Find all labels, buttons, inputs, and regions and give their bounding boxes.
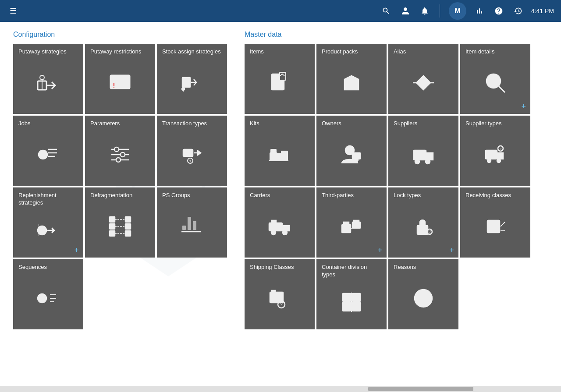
sections-wrapper: Configuration Putaway strategiesPutaway … <box>13 31 548 329</box>
tile-icon-lock-types: ? <box>394 199 453 254</box>
menu-icon[interactable]: ☰ <box>7 5 19 17</box>
svg-point-21 <box>42 153 44 156</box>
search-icon[interactable] <box>380 5 392 17</box>
tile-label-shipping-classes: Shipping Classes <box>250 264 309 271</box>
svg-rect-103 <box>343 303 351 311</box>
tile-lock-types[interactable]: Lock types?+ <box>388 187 458 258</box>
svg-point-109 <box>422 297 425 300</box>
tile-plus-lock-types[interactable]: + <box>449 246 454 254</box>
tile-receiving-classes[interactable]: Receiving classes <box>460 187 530 258</box>
svg-rect-39 <box>110 224 115 229</box>
tile-icon-shipping-classes: ? <box>250 271 309 326</box>
tile-label-stock-assign-strategies: Stock assign strategies <box>162 48 222 56</box>
tile-carriers[interactable]: Carriers <box>245 187 315 258</box>
tile-icon-transaction-types: ? <box>162 127 222 182</box>
tile-parameters[interactable]: Parameters <box>85 116 155 186</box>
svg-rect-101 <box>343 293 351 301</box>
scrollbar-area <box>0 386 561 392</box>
masterdata-grid: ItemsProduct packsAliasItem details+Kits… <box>245 44 530 329</box>
topbar: ☰ M 4:41 PM <box>0 0 561 22</box>
svg-point-78 <box>415 159 419 164</box>
tile-owners[interactable]: Owners <box>316 116 387 186</box>
tile-putaway-restrictions[interactable]: Putaway restrictions <box>85 44 155 114</box>
history-icon[interactable] <box>512 5 524 17</box>
tile-icon-container-division-types <box>322 279 381 326</box>
svg-text:?: ? <box>428 230 431 234</box>
tile-ps-groups[interactable]: PS Groups <box>157 187 227 258</box>
svg-point-29 <box>121 152 125 157</box>
svg-rect-42 <box>125 224 131 229</box>
tile-label-ps-groups: PS Groups <box>162 192 222 199</box>
tile-transaction-types[interactable]: Transaction types? <box>157 116 227 186</box>
svg-point-82 <box>497 159 501 162</box>
configuration-title: Configuration <box>13 31 227 39</box>
tile-sequences[interactable]: Sequences <box>13 259 83 329</box>
svg-text:?: ? <box>189 159 192 163</box>
svg-point-30 <box>116 158 121 162</box>
tile-icon-supplier-types: ? <box>465 127 525 182</box>
tile-items[interactable]: Items <box>245 44 315 114</box>
tile-icon-product-packs <box>322 56 381 110</box>
svg-rect-96 <box>487 220 500 233</box>
svg-rect-89 <box>352 222 360 228</box>
svg-rect-47 <box>188 217 191 230</box>
svg-text:M: M <box>454 7 460 14</box>
tile-label-items: Items <box>250 48 309 56</box>
svg-rect-12 <box>119 82 126 87</box>
tile-stock-assign-strategies[interactable]: Stock assign strategies <box>157 44 227 114</box>
configuration-section: Configuration Putaway strategiesPutaway … <box>13 31 227 329</box>
tile-plus-replenishment-strategies[interactable]: + <box>74 246 79 254</box>
svg-point-81 <box>487 159 491 162</box>
tile-icon-defragmentation <box>90 199 150 254</box>
tile-label-jobs: Jobs <box>18 120 78 127</box>
tile-plus-third-parties[interactable]: + <box>377 246 382 254</box>
tile-label-reasons: Reasons <box>394 264 453 271</box>
user-icon[interactable] <box>399 5 412 17</box>
main-content: Configuration Putaway strategiesPutaway … <box>0 22 561 392</box>
tile-label-putaway-restrictions: Putaway restrictions <box>90 48 150 56</box>
svg-rect-38 <box>110 217 115 222</box>
tile-defragmentation[interactable]: Defragmentation <box>85 187 155 258</box>
tile-label-replenishment-strategies: Replenishment strategies <box>18 192 78 207</box>
chart-icon[interactable] <box>473 5 486 17</box>
svg-point-79 <box>426 159 430 164</box>
tile-label-sequences: Sequences <box>18 264 78 271</box>
tile-shipping-classes[interactable]: Shipping Classes? <box>245 259 315 329</box>
tile-reasons[interactable]: Reasons <box>388 259 458 329</box>
svg-point-66 <box>492 80 495 82</box>
svg-rect-102 <box>352 293 360 301</box>
tile-replenishment-strategies[interactable]: Replenishment strategies+ <box>13 187 83 258</box>
tile-container-division-types[interactable]: Container division types <box>316 259 387 329</box>
svg-point-16 <box>182 88 185 90</box>
tile-icon-suppliers <box>394 127 453 182</box>
tile-icon-reasons <box>394 271 453 326</box>
svg-point-57 <box>273 85 275 86</box>
svg-rect-43 <box>125 231 131 236</box>
bell-icon[interactable] <box>419 5 431 17</box>
tile-jobs[interactable]: Jobs <box>13 116 83 186</box>
svg-text:?: ? <box>500 147 502 151</box>
svg-point-87 <box>283 230 287 235</box>
svg-rect-77 <box>415 151 420 155</box>
tile-product-packs[interactable]: Product packs <box>316 44 387 114</box>
help-icon[interactable] <box>493 5 505 17</box>
brand-logo[interactable]: M <box>449 2 466 20</box>
tile-third-parties[interactable]: Third-parties+ <box>316 187 387 258</box>
tile-label-transaction-types: Transaction types <box>162 120 222 127</box>
tile-alias[interactable]: Alias <box>388 44 458 114</box>
svg-rect-49 <box>182 226 186 230</box>
divider <box>440 4 440 18</box>
scrollbar-thumb[interactable] <box>368 387 473 391</box>
svg-point-75 <box>355 158 358 162</box>
tile-icon-sequences <box>18 271 78 326</box>
tile-plus-item-details[interactable]: + <box>521 102 526 110</box>
tile-suppliers[interactable]: Suppliers <box>388 116 458 186</box>
tile-putaway-strategies[interactable]: Putaway strategies <box>13 44 83 114</box>
tile-item-details[interactable]: Item details+ <box>460 44 530 114</box>
tile-label-lock-types: Lock types <box>394 192 453 199</box>
tile-kits[interactable]: Kits <box>245 116 315 186</box>
tile-icon-parameters <box>90 127 150 182</box>
tile-label-putaway-strategies: Putaway strategies <box>18 48 78 56</box>
tile-supplier-types[interactable]: Supplier types? <box>460 116 530 186</box>
svg-rect-68 <box>271 149 276 154</box>
